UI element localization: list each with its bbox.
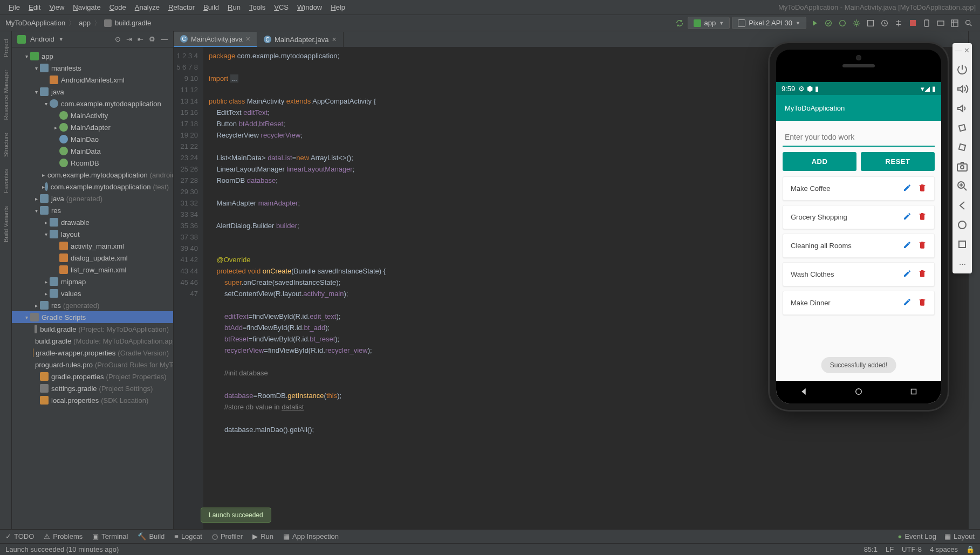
delete-icon[interactable] [918, 269, 927, 279]
sync-icon[interactable] [674, 17, 686, 29]
status-indent[interactable]: 4 spaces [930, 545, 958, 553]
tree-item[interactable]: MainDao [12, 133, 173, 145]
close-tab-icon[interactable]: × [246, 35, 250, 43]
edit-icon[interactable] [903, 241, 912, 251]
debug-icon[interactable] [851, 17, 862, 29]
add-button[interactable]: ADD [783, 152, 856, 171]
menu-window[interactable]: Window [293, 3, 326, 11]
bottom-tab-logcat[interactable]: ≡Logcat [174, 532, 202, 540]
back-icon[interactable] [956, 199, 969, 212]
status-encoding[interactable]: UTF-8 [902, 545, 922, 553]
locate-icon[interactable]: ⊙ [115, 35, 121, 43]
overview-icon[interactable] [956, 238, 969, 251]
project-tree[interactable]: ▾app▾manifestsAndroidManifest.xml▾java▾c… [12, 47, 173, 529]
more-icon[interactable]: ⋯ [956, 257, 969, 270]
menu-view[interactable]: View [45, 3, 68, 11]
tree-item[interactable]: ▸mipmap [12, 276, 173, 287]
menu-file[interactable]: File [4, 3, 24, 11]
tree-item[interactable]: ▾manifests [12, 62, 173, 74]
tree-item[interactable]: ▸java(generated) [12, 193, 173, 204]
menu-build[interactable]: Build [199, 3, 223, 11]
breadcrumb-project[interactable]: MyToDoApplication [5, 19, 65, 27]
tree-item[interactable]: settings.gradle(Project Settings) [12, 382, 173, 394]
menu-run[interactable]: Run [223, 3, 245, 11]
run-icon[interactable] [808, 17, 820, 29]
close-tab-icon[interactable]: × [332, 35, 336, 44]
tree-item[interactable]: ▾com.example.mytodoapplication [12, 98, 173, 109]
todo-input[interactable] [783, 128, 935, 147]
tool-structure[interactable]: Structure [3, 131, 9, 159]
collapse-icon[interactable]: ⇥ [126, 35, 132, 43]
menu-analyze[interactable]: Analyze [131, 3, 164, 11]
emulator-window[interactable]: 9:59 ⚙ ⬢ ▮ ▾◢ ▮ MyToDoApplication ADD RE… [770, 43, 948, 410]
volume-up-icon[interactable] [956, 83, 969, 95]
rotate-right-icon[interactable] [956, 141, 969, 154]
bottom-tab-terminal[interactable]: ▣Terminal [92, 532, 128, 540]
minimize-icon[interactable]: — [955, 46, 962, 54]
tree-item[interactable]: dialog_update.xml [12, 252, 173, 264]
tree-item[interactable]: MainActivity [12, 109, 173, 121]
menu-help[interactable]: Help [326, 3, 349, 11]
breadcrumb-file[interactable]: build.gradle [115, 19, 151, 27]
screenshot-icon[interactable] [956, 160, 969, 173]
power-icon[interactable] [956, 63, 969, 76]
tree-item[interactable]: build.gradle(Module: MyToDoApplication.a… [12, 335, 173, 347]
recent-button[interactable] [909, 387, 919, 398]
tree-item[interactable]: MainData [12, 145, 173, 157]
project-view-mode[interactable]: Android [30, 35, 54, 43]
tree-item[interactable]: ▸com.example.mytodoapplication(test) [12, 181, 173, 193]
bottom-tab-run[interactable]: ▶Run [252, 532, 273, 540]
device-selector[interactable]: Pixel 2 API 30▼ [732, 17, 806, 29]
sdk-icon[interactable] [935, 17, 947, 29]
delete-icon[interactable] [918, 241, 927, 251]
tree-item[interactable]: proguard-rules.pro(ProGuard Rules for My… [12, 359, 173, 371]
tree-item[interactable]: gradle.properties(Project Properties) [12, 371, 173, 382]
breadcrumb[interactable]: MyToDoApplication 〉 app 〉 build.gradle [0, 18, 156, 28]
menu-tools[interactable]: Tools [245, 3, 270, 11]
zoom-icon[interactable] [956, 180, 969, 193]
home-icon[interactable] [956, 218, 969, 231]
tree-item[interactable]: ▾layout [12, 228, 173, 240]
editor-tab[interactable]: CMainAdapter.java× [257, 32, 344, 47]
edit-icon[interactable] [903, 183, 912, 194]
tool-build-variants[interactable]: Build Variants [3, 204, 9, 244]
run-config-selector[interactable]: app▼ [688, 17, 730, 29]
tree-item[interactable]: ▾Gradle Scripts [12, 311, 173, 323]
expand-icon[interactable]: ⇤ [138, 35, 143, 43]
tree-item[interactable]: activity_main.xml [12, 240, 173, 252]
delete-icon[interactable] [918, 183, 927, 194]
attach-debug-icon[interactable] [893, 17, 904, 29]
profiler-icon[interactable] [879, 17, 890, 29]
rotate-left-icon[interactable] [956, 121, 969, 134]
tree-item[interactable]: local.properties(SDK Location) [12, 394, 173, 406]
bottom-tab-app-inspection[interactable]: ▦App Inspection [283, 532, 339, 540]
tree-item[interactable]: build.gradle(Project: MyToDoApplication) [12, 323, 173, 335]
layout-icon[interactable] [949, 17, 961, 29]
tree-item[interactable]: AndroidManifest.xml [12, 74, 173, 86]
menu-navigate[interactable]: Navigate [68, 3, 105, 11]
menu-edit[interactable]: Edit [24, 3, 45, 11]
menu-code[interactable]: Code [105, 3, 131, 11]
tree-item[interactable]: list_row_main.xml [12, 264, 173, 276]
close-icon[interactable]: ✕ [964, 46, 970, 54]
tool-project[interactable]: Project [3, 37, 9, 59]
tree-item[interactable]: gradle-wrapper.properties(Gradle Version… [12, 347, 173, 359]
tree-item[interactable]: RoomDB [12, 157, 173, 169]
tree-item[interactable]: ▸com.example.mytodoapplication(androidTe… [12, 169, 173, 181]
tree-item[interactable]: ▾res [12, 204, 173, 216]
settings-icon[interactable]: ⚙ [149, 35, 155, 43]
tree-item[interactable]: ▾app [12, 50, 173, 62]
menu-refactor[interactable]: Refactor [164, 3, 199, 11]
coverage-icon[interactable] [865, 17, 876, 29]
hide-icon[interactable]: — [161, 35, 168, 43]
reset-button[interactable]: RESET [861, 152, 935, 171]
bottom-tab-todo[interactable]: ✓TODO [5, 532, 34, 540]
edit-icon[interactable] [903, 269, 912, 279]
bottom-tab-problems[interactable]: ⚠Problems [44, 532, 83, 540]
status-caret[interactable]: 85:1 [864, 545, 878, 553]
tool-resource-manager[interactable]: Resource Manager [3, 67, 9, 122]
delete-icon[interactable] [918, 212, 927, 222]
apply-code-icon[interactable] [837, 17, 848, 29]
stop-icon[interactable] [907, 17, 919, 29]
menu-vcs[interactable]: VCS [270, 3, 293, 11]
